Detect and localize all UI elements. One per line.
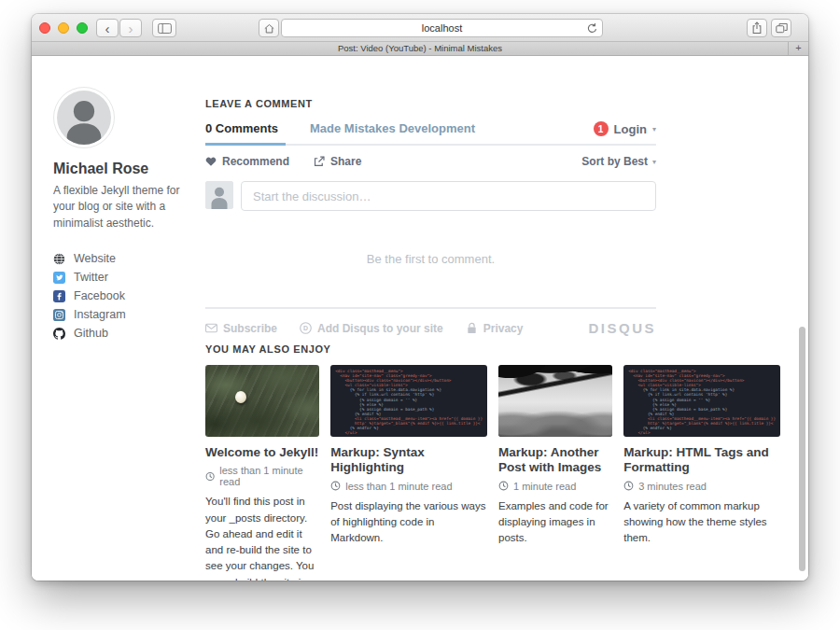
recommend-button[interactable]: Recommend [205, 155, 289, 168]
close-window-button[interactable] [39, 22, 50, 34]
address-bar[interactable]: localhost [281, 19, 603, 37]
related-post-card: Welcome to Jekyll! less than 1 minute re… [205, 365, 319, 581]
read-time-label: less than 1 minute read [345, 481, 452, 492]
commenter-avatar-icon [205, 181, 233, 209]
author-sidebar: Michael Rose A flexible Jekyll theme for… [53, 87, 195, 343]
new-tab-button[interactable]: + [788, 42, 808, 55]
sidebar-toggle-button[interactable] [152, 19, 176, 37]
related-post-title[interactable]: Markup: HTML Tags and Formatting [623, 445, 780, 476]
related-post-excerpt: Post displaying the various ways of high… [330, 498, 487, 547]
sidebar-link-label: Twitter [74, 271, 108, 284]
privacy-button[interactable]: Privacy [466, 322, 524, 335]
clock-icon [205, 471, 215, 482]
sidebar-link-website[interactable]: Website [53, 249, 195, 268]
read-time-label: 1 minute read [513, 481, 576, 492]
minimize-window-button[interactable] [58, 22, 69, 34]
related-post-meta: 3 minutes read [623, 481, 780, 492]
zoom-window-button[interactable] [77, 22, 88, 34]
read-time-label: 3 minutes read [638, 481, 707, 492]
forward-button[interactable]: › [119, 19, 142, 37]
sidebar-link-facebook[interactable]: Facebook [53, 287, 195, 305]
sidebar-link-label: Website [74, 252, 116, 265]
sort-menu[interactable]: Sort by Best ▾ [581, 155, 656, 168]
comments-section: LEAVE A COMMENT 0 Comments Made Mistakes… [205, 98, 656, 336]
comment-count-tab[interactable]: 0 Comments [205, 121, 286, 146]
comment-input[interactable] [241, 181, 656, 211]
instagram-icon [53, 309, 65, 321]
sidebar-icon [158, 23, 172, 34]
related-post-excerpt: A variety of common markup showing how t… [623, 498, 780, 547]
subscribe-label: Subscribe [223, 322, 277, 335]
login-menu[interactable]: 1 Login ▾ [594, 121, 656, 136]
community-link[interactable]: Made Mistakes Development [310, 121, 475, 135]
tab-title: Post: Video (YouTube) - Minimal Mistakes [32, 42, 808, 55]
chevron-down-icon: ▾ [652, 158, 656, 166]
github-icon [53, 328, 65, 340]
traffic-lights [39, 22, 88, 34]
author-bio: A flexible Jekyll theme for your blog or… [53, 183, 195, 231]
related-posts-section: YOU MAY ALSO ENJOY Welcome to Jekyll! le… [205, 343, 780, 581]
code-screenshot: <div class="masthead__menu"> <nav id="si… [623, 365, 780, 437]
related-post-meta: 1 minute read [498, 481, 612, 492]
tabs-icon [776, 22, 788, 34]
sidebar-link-twitter[interactable]: Twitter [53, 268, 195, 287]
related-post-title[interactable]: Welcome to Jekyll! [205, 445, 319, 460]
related-post-meta: less than 1 minute read [205, 465, 319, 487]
related-post-thumbnail[interactable]: <div class="masthead__menu"> <nav id="si… [623, 365, 780, 437]
related-post-card: Markup: Another Post with Images 1 minut… [498, 365, 612, 581]
twitter-icon [53, 272, 65, 284]
related-post-title[interactable]: Markup: Another Post with Images [498, 445, 612, 476]
home-button[interactable] [259, 19, 279, 37]
disqus-header: 0 Comments Made Mistakes Development 1 L… [205, 121, 656, 146]
related-post-meta: less than 1 minute read [330, 481, 487, 492]
login-label: Login [614, 122, 647, 136]
page-content: Michael Rose A flexible Jekyll theme for… [32, 57, 808, 581]
notification-badge: 1 [594, 121, 609, 136]
avatar-silhouette-icon [57, 91, 111, 145]
related-post-excerpt: You'll find this post in your _posts dir… [205, 494, 319, 581]
related-post-thumbnail[interactable] [498, 365, 612, 437]
heart-icon [205, 156, 217, 167]
related-post-title[interactable]: Markup: Syntax Highlighting [330, 445, 487, 476]
sidebar-link-label: Github [74, 327, 108, 340]
sidebar-link-label: Instagram [74, 308, 126, 321]
sidebar-link-instagram[interactable]: Instagram [53, 305, 195, 324]
back-button[interactable]: ‹ [96, 19, 119, 37]
disqus-actions-row: Recommend Share Sort by Best ▾ [205, 146, 656, 179]
disqus-d-icon: D [300, 322, 312, 334]
related-posts-row: Welcome to Jekyll! less than 1 minute re… [205, 365, 780, 581]
disqus-logo: DISQUS [588, 320, 656, 336]
tab-bar: Post: Video (YouTube) - Minimal Mistakes… [32, 42, 808, 56]
related-section-title: YOU MAY ALSO ENJOY [205, 343, 780, 355]
browser-window: ‹ › localhost Post: Video (YouTube) - Mi… [32, 14, 808, 581]
chevron-down-icon: ▾ [652, 125, 656, 133]
share-icon [751, 21, 763, 35]
browser-toolbar: ‹ › localhost [32, 14, 808, 42]
clock-icon [623, 481, 634, 491]
empty-comments-message: Be the first to comment. [205, 252, 656, 266]
sidebar-link-github[interactable]: Github [53, 324, 195, 343]
scrollbar-thumb[interactable] [799, 327, 805, 571]
add-disqus-button[interactable]: D Add Disqus to your site [300, 322, 443, 335]
author-links: Website Twitter Facebook [53, 249, 195, 343]
comment-form [205, 181, 656, 211]
refresh-icon[interactable] [586, 22, 598, 35]
share-thread-button[interactable]: Share [314, 155, 361, 168]
related-post-card: <div class="masthead__menu"> <nav id="si… [330, 365, 487, 581]
sidebar-link-label: Facebook [74, 289, 125, 302]
recommend-label: Recommend [222, 155, 289, 168]
related-post-thumbnail[interactable] [205, 365, 319, 437]
share-arrow-icon [314, 156, 325, 167]
sort-label: Sort by Best [581, 155, 648, 168]
code-screenshot: <div class="masthead__menu"> <nav id="si… [330, 365, 487, 437]
tab-overview-button[interactable] [771, 19, 791, 37]
related-post-thumbnail[interactable]: <div class="masthead__menu"> <nav id="si… [330, 365, 487, 437]
clock-icon [498, 481, 509, 491]
active-tab[interactable]: Post: Video (YouTube) - Minimal Mistakes [32, 42, 808, 55]
share-page-button[interactable] [747, 19, 767, 37]
comments-section-title: LEAVE A COMMENT [205, 98, 656, 109]
author-avatar [53, 87, 115, 148]
add-disqus-label: Add Disqus to your site [317, 322, 443, 335]
related-post-excerpt: Examples and code for displaying images … [498, 498, 612, 547]
subscribe-button[interactable]: Subscribe [205, 322, 277, 335]
